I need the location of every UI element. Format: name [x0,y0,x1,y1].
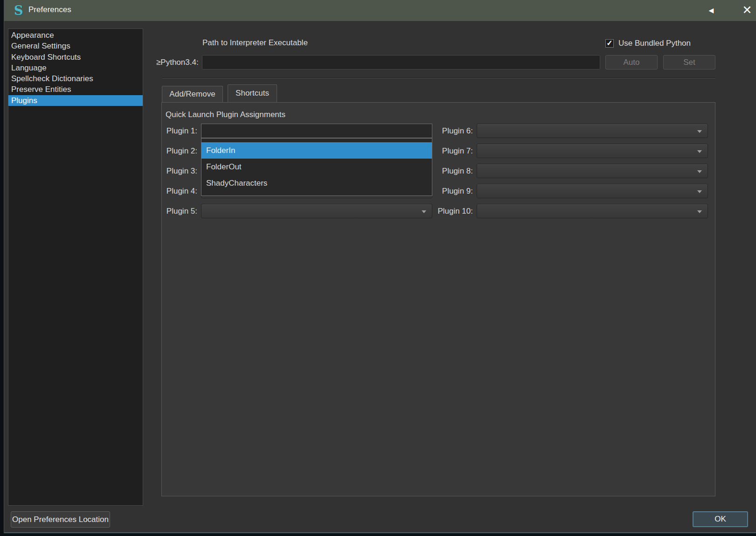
dropdown-option-folderin[interactable]: FolderIn [201,142,432,159]
sigil-app-icon: S [14,3,23,18]
chevron-down-icon [697,210,702,213]
plugin-6-label: Plugin 6: [416,124,473,138]
close-icon[interactable]: ✕ [738,0,756,21]
chevron-down-icon [697,190,702,193]
plugin-7-dropdown[interactable] [477,144,708,158]
dropdown-option-shadycharacters[interactable]: ShadyCharacters [201,175,432,191]
checkmark-icon: ✓ [606,39,612,47]
shortcuts-tab-pane: Quick Launch Plugin Assignments Plugin 1… [161,102,715,496]
open-preferences-location-button[interactable]: Open Preferences Location [11,511,110,528]
sidebar-item-spellcheck-dictionaries[interactable]: Spellcheck Dictionaries [8,73,143,84]
ok-button[interactable]: OK [693,511,748,527]
preferences-category-list: AppearanceGeneral SettingsKeyboard Short… [8,28,143,506]
plugin-row-plugin-10: Plugin 10: [162,204,715,218]
sidebar-item-plugins[interactable]: Plugins [8,95,143,106]
desktop-background: S Preferences ◀ ✕ AppearanceGeneral Sett… [0,0,756,536]
interpreter-section-label: Path to Interpreter Executable [202,38,308,48]
use-bundled-python-checkbox[interactable]: ✓ [605,39,614,48]
plugin-1-dropdown-popup: FolderInFolderOutShadyCharacters [201,138,432,196]
chevron-down-icon [697,150,702,153]
sidebar-item-general-settings[interactable]: General Settings [8,41,143,51]
sidebar-item-language[interactable]: Language [8,63,143,73]
horizontal-separator [162,77,715,78]
preferences-window: S Preferences ◀ ✕ AppearanceGeneral Sett… [4,0,756,533]
titlebar: S Preferences ◀ ✕ [4,0,756,21]
plugin-row-plugin-6: Plugin 6: [162,124,715,138]
set-button[interactable]: Set [663,55,715,70]
quick-launch-group-label: Quick Launch Plugin Assignments [166,110,285,119]
chevron-down-icon [697,130,702,133]
tab-shortcuts[interactable]: Shortcuts [228,84,277,102]
auto-button[interactable]: Auto [605,55,658,70]
sidebar-item-preserve-entities[interactable]: Preserve Entities [8,84,143,95]
dropdown-option-folderout[interactable]: FolderOut [201,159,432,175]
plugin-10-dropdown[interactable] [477,204,708,218]
use-bundled-python-label: Use Bundled Python [618,39,691,48]
tab-add-remove[interactable]: Add/Remove [162,86,223,102]
back-arrow-icon[interactable]: ◀ [703,0,720,21]
sidebar-item-keyboard-shortcuts[interactable]: Keyboard Shortcuts [8,52,143,63]
interpreter-path-input[interactable] [202,55,600,70]
plugin-6-dropdown[interactable] [477,124,708,138]
plugin-9-dropdown[interactable] [477,184,708,198]
plugin-10-label: Plugin 10: [416,204,473,218]
plugin-8-dropdown[interactable] [477,164,708,178]
window-title: Preferences [28,5,71,14]
python-version-label: ≥Python3.4: [156,58,201,67]
sidebar-item-appearance[interactable]: Appearance [8,30,143,41]
chevron-down-icon [697,170,702,173]
